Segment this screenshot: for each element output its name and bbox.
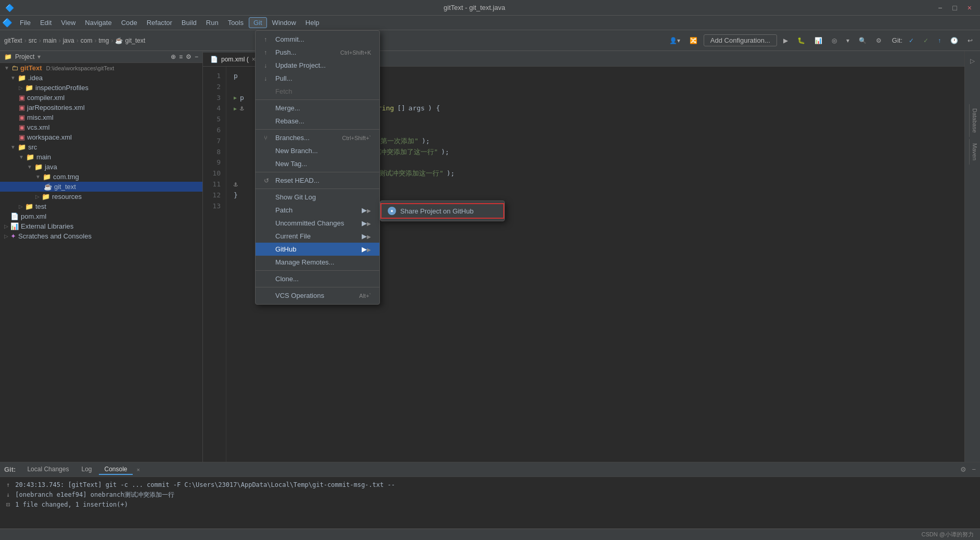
- github-logo-icon: ●: [388, 207, 396, 215]
- branches-icon: ⑂: [264, 134, 272, 142]
- ctx-branches-label: Branches...: [275, 134, 310, 142]
- ctx-merge[interactable]: Merge...: [256, 102, 379, 115]
- ctx-pull-left: ↓ Pull...: [264, 74, 292, 82]
- ctx-push-left: ↑ Push...: [264, 48, 296, 56]
- reset-icon: ↺: [264, 177, 272, 184]
- ctx-vcs-ops-label: VCS Operations: [275, 292, 324, 299]
- ctx-reset-head-left: ↺ Reset HEAD...: [264, 177, 320, 184]
- patch-submenu-arrow: ▶: [362, 206, 371, 214]
- ctx-new-branch[interactable]: New Branch...: [256, 144, 379, 157]
- ctx-push[interactable]: ↑ Push... Ctrl+Shift+K: [256, 46, 379, 59]
- ctx-patch[interactable]: Patch ▶: [256, 204, 379, 217]
- ctx-sep-6: [256, 287, 379, 287]
- ctx-update-label: Update Project...: [275, 61, 326, 69]
- ctx-current-file-label: Current File: [275, 232, 311, 240]
- ctx-vcs-ops-shortcut: Alt+`: [359, 293, 371, 299]
- github-share-label: Share Project on GitHub: [400, 207, 474, 215]
- github-submenu-arrow: ▶: [362, 245, 371, 253]
- current-file-submenu-arrow: ▶: [362, 232, 371, 240]
- ctx-git-log-left: Show Git Log: [264, 193, 316, 201]
- ctx-current-file-left: Current File: [264, 232, 311, 240]
- uncommitted-submenu-arrow: ▶: [362, 219, 371, 227]
- ctx-fetch: Fetch: [256, 85, 379, 98]
- ctx-new-tag[interactable]: New Tag...: [256, 157, 379, 170]
- ctx-uncommitted-label: Uncommitted Changes: [275, 219, 344, 227]
- ctx-push-label: Push...: [275, 48, 296, 56]
- update-icon: ↓: [264, 62, 272, 69]
- pull-icon: ↓: [264, 75, 272, 82]
- ctx-git-log-label: Show Git Log: [275, 193, 316, 201]
- ctx-pull-label: Pull...: [275, 74, 292, 82]
- ctx-rebase-left: Rebase...: [264, 117, 304, 125]
- ctx-manage-remotes[interactable]: Manage Remotes...: [256, 256, 379, 269]
- ctx-commit[interactable]: ↑ Commit...: [256, 33, 379, 46]
- ctx-fetch-label: Fetch: [275, 87, 292, 95]
- ctx-merge-label: Merge...: [275, 104, 300, 112]
- ctx-sep-3: [256, 172, 379, 172]
- ctx-manage-remotes-left: Manage Remotes...: [264, 258, 334, 266]
- ctx-sep-1: [256, 99, 379, 100]
- commit-icon: ↑: [264, 36, 272, 43]
- ctx-commit-left: ↑ Commit...: [264, 35, 304, 43]
- ctx-manage-remotes-label: Manage Remotes...: [275, 258, 334, 266]
- ctx-new-tag-left: New Tag...: [264, 160, 307, 168]
- ctx-vcs-ops-left: VCS Operations: [264, 292, 324, 299]
- ctx-new-branch-label: New Branch...: [275, 147, 318, 155]
- ctx-reset-head[interactable]: ↺ Reset HEAD...: [256, 174, 379, 187]
- ctx-branches-left: ⑂ Branches...: [264, 134, 310, 142]
- ctx-rebase-label: Rebase...: [275, 117, 304, 125]
- ctx-clone-label: Clone...: [275, 275, 299, 283]
- ctx-sep-2: [256, 129, 379, 130]
- ctx-patch-left: Patch: [264, 206, 292, 214]
- ctx-reset-head-label: Reset HEAD...: [275, 177, 320, 184]
- ctx-branches[interactable]: ⑂ Branches... Ctrl+Shift+`: [256, 131, 379, 144]
- ctx-commit-label: Commit...: [275, 35, 304, 43]
- ctx-fetch-left: Fetch: [264, 87, 292, 95]
- ctx-update[interactable]: ↓ Update Project...: [256, 59, 379, 72]
- ctx-github[interactable]: GitHub ▶: [256, 243, 379, 256]
- ctx-pull[interactable]: ↓ Pull...: [256, 72, 379, 85]
- ctx-vcs-ops[interactable]: VCS Operations Alt+`: [256, 289, 379, 302]
- ctx-patch-label: Patch: [275, 206, 292, 214]
- ctx-update-left: ↓ Update Project...: [264, 61, 326, 69]
- ctx-merge-left: Merge...: [264, 104, 300, 112]
- ctx-clone[interactable]: Clone...: [256, 272, 379, 285]
- github-submenu-share[interactable]: ● Share Project on GitHub: [380, 203, 504, 219]
- ctx-new-branch-left: New Branch...: [264, 147, 318, 155]
- github-submenu: ● Share Project on GitHub: [380, 200, 505, 221]
- ctx-new-tag-label: New Tag...: [275, 160, 307, 168]
- menu-overlay[interactable]: ↑ Commit... ↑ Push... Ctrl+Shift+K ↓ Upd…: [0, 0, 980, 540]
- ctx-branches-shortcut: Ctrl+Shift+`: [342, 135, 371, 141]
- ctx-sep-5: [256, 270, 379, 271]
- git-context-menu: ↑ Commit... ↑ Push... Ctrl+Shift+K ↓ Upd…: [255, 30, 380, 305]
- ctx-clone-left: Clone...: [264, 275, 299, 283]
- ctx-current-file[interactable]: Current File ▶: [256, 230, 379, 243]
- ctx-push-shortcut: Ctrl+Shift+K: [340, 49, 371, 56]
- push-icon: ↑: [264, 49, 272, 56]
- ctx-github-label: GitHub: [275, 245, 296, 253]
- ctx-uncommitted-left: Uncommitted Changes: [264, 219, 344, 227]
- ctx-sep-4: [256, 189, 379, 189]
- ctx-github-left: GitHub: [264, 245, 296, 253]
- ctx-show-git-log[interactable]: Show Git Log: [256, 191, 379, 204]
- ctx-uncommitted[interactable]: Uncommitted Changes ▶: [256, 217, 379, 230]
- ctx-rebase[interactable]: Rebase...: [256, 115, 379, 128]
